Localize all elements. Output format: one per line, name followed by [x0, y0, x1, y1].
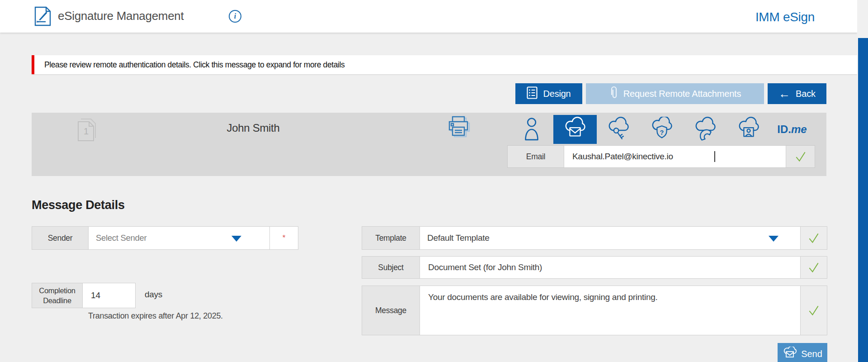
message-label: Message [362, 286, 420, 335]
esign-document-quill-icon: x [34, 6, 52, 28]
email-input-wrap [564, 146, 786, 167]
paperclip-icon [609, 86, 618, 102]
alert-text: Please review remote authentication deta… [44, 60, 344, 70]
message-row: Message Your documents are available for… [362, 286, 827, 335]
send-cloud-email-icon [783, 347, 797, 362]
message-textarea[interactable]: Your documents are available for viewing… [427, 291, 793, 331]
sender-required-cell: * [269, 227, 298, 249]
page-title: eSignature Management [58, 9, 184, 23]
subject-label: Subject [362, 257, 420, 278]
design-icon [527, 86, 538, 101]
subject-row: Subject [362, 256, 827, 279]
subject-field [420, 257, 800, 278]
sender-placeholder: Select Sender [96, 233, 146, 243]
sender-dropdown[interactable]: Select Sender [89, 227, 269, 249]
document-count-icon: 1 [75, 117, 98, 144]
template-row: Template Default Template [362, 226, 827, 250]
recipient-name: John Smith [181, 122, 326, 134]
auth-photo-id-icon[interactable] [727, 115, 770, 144]
completion-deadline-label: Completion Deadline [32, 283, 83, 308]
idme-logo: ID.me [777, 123, 807, 136]
email-valid-check [786, 146, 815, 167]
subject-input[interactable] [427, 262, 793, 273]
sender-row: Sender Select Sender * [32, 226, 298, 250]
svg-text:x: x [36, 19, 38, 24]
back-button[interactable]: ← Back [768, 83, 826, 104]
template-dropdown[interactable]: Default Template [420, 227, 800, 249]
svg-text:1: 1 [84, 126, 89, 136]
completion-deadline-row: Completion Deadline [32, 283, 136, 308]
svg-text:?: ? [660, 129, 664, 136]
completion-deadline-field [83, 283, 135, 308]
esignature-management-page: x eSignature Management i IMM eSign Plea… [0, 0, 868, 362]
recipient-row: 1 John Smith [32, 113, 826, 176]
scrollbar-track[interactable] [857, 0, 868, 362]
completion-deadline-input[interactable] [90, 290, 128, 301]
app-header: x eSignature Management i IMM eSign [0, 0, 857, 33]
email-input[interactable] [571, 151, 772, 162]
template-label: Template [362, 227, 420, 249]
send-button[interactable]: Send [778, 343, 827, 362]
auth-id-me-icon[interactable]: ID.me [770, 115, 814, 144]
subject-valid-check [800, 257, 827, 278]
required-marker: * [283, 233, 286, 243]
chevron-down-icon [769, 236, 778, 242]
email-field-row: Email [507, 145, 815, 168]
days-label: days [145, 290, 162, 300]
brand-logo: IMM eSign [755, 10, 815, 24]
back-arrow-icon: ← [778, 89, 790, 98]
message-valid-check [800, 286, 827, 335]
message-field: Your documents are available for viewing… [420, 286, 800, 335]
template-valid-check [800, 227, 827, 249]
sender-label: Sender [32, 227, 89, 249]
email-field-label: Email [508, 146, 564, 167]
remote-auth-alert[interactable]: Please review remote authentication deta… [32, 55, 857, 74]
info-icon[interactable]: i [229, 10, 241, 23]
auth-phone-call-icon[interactable] [684, 115, 727, 144]
back-button-label: Back [796, 89, 816, 99]
message-details-heading: Message Details [32, 198, 125, 212]
expiry-note: Transaction expires after Apr 12, 2025. [88, 311, 223, 321]
auth-in-person-signing-icon[interactable] [510, 115, 553, 144]
print-icon[interactable] [445, 115, 472, 142]
auth-access-code-icon[interactable] [597, 115, 640, 144]
send-button-label: Send [801, 349, 822, 359]
design-button-label: Design [543, 89, 571, 99]
template-value: Default Template [427, 233, 489, 243]
chevron-down-icon [231, 236, 241, 242]
request-remote-attachments-label: Request Remote Attachments [623, 89, 741, 99]
text-caret [714, 151, 715, 162]
scrollbar-thumb[interactable] [858, 38, 868, 362]
request-remote-attachments-button[interactable]: Request Remote Attachments [586, 83, 764, 104]
auth-email-icon[interactable] [553, 115, 597, 144]
auth-security-question-icon[interactable]: ? [640, 115, 684, 144]
design-button[interactable]: Design [515, 83, 582, 104]
